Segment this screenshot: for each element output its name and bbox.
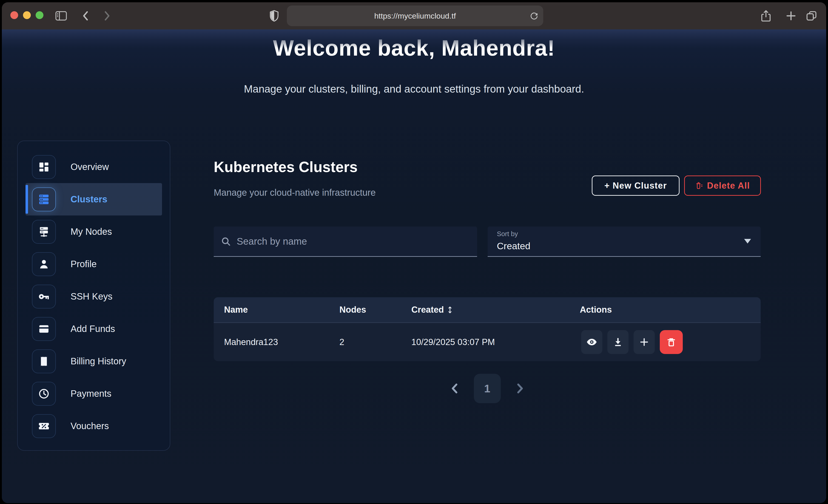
sidebar-item-label: SSH Keys	[71, 291, 112, 302]
column-name: Name	[224, 305, 339, 315]
download-icon	[613, 337, 623, 347]
new-cluster-button[interactable]: + New Cluster	[592, 175, 679, 196]
column-created[interactable]: Created	[411, 305, 580, 315]
add-node-button[interactable]	[633, 330, 655, 354]
sidebar-item-add-funds[interactable]: Add Funds	[26, 312, 162, 345]
pagination: 1	[214, 374, 761, 403]
search-input[interactable]	[237, 236, 444, 247]
cell-nodes-count: 2	[339, 337, 411, 347]
dashboard-icon	[32, 155, 56, 179]
page-title: Kubernetes Clusters	[214, 159, 358, 175]
sidebar-item-label: Clusters	[71, 194, 107, 204]
chevron-down-icon	[744, 239, 751, 244]
clusters-table: Name Nodes Created Actions Mahendra123	[214, 297, 761, 361]
sidebar-toggle-icon[interactable]	[55, 11, 67, 21]
sidebar-item-label: Overview	[71, 162, 109, 172]
welcome-subtitle: Manage your clusters, billing, and accou…	[2, 83, 826, 95]
address-bar[interactable]: https://myceliumcloud.tf	[287, 5, 543, 26]
minimize-window-button[interactable]	[23, 11, 31, 19]
sidebar-item-ssh-keys[interactable]: SSH Keys	[26, 280, 162, 312]
traffic-lights	[10, 11, 43, 19]
column-nodes: Nodes	[339, 305, 411, 315]
sidebar-item-my-nodes[interactable]: My Nodes	[26, 215, 162, 248]
back-icon[interactable]	[81, 11, 90, 21]
new-tab-icon[interactable]	[786, 11, 796, 21]
tab-overview-icon[interactable]	[806, 10, 817, 22]
next-page-button[interactable]	[515, 383, 525, 394]
user-icon	[32, 252, 56, 276]
delete-all-label: Delete All	[707, 181, 750, 191]
privacy-shield-icon[interactable]	[270, 10, 279, 22]
table-row: Mahendra123 2 10/29/2025 03:07 PM	[214, 323, 761, 361]
trash-icon	[695, 181, 703, 190]
eye-icon	[586, 336, 597, 348]
column-actions: Actions	[580, 305, 761, 315]
cell-cluster-name: Mahendra123	[224, 337, 339, 347]
voucher-ticket-icon	[32, 414, 56, 438]
trash-icon	[666, 337, 676, 347]
page-number-button[interactable]: 1	[474, 374, 501, 403]
plus-icon	[639, 337, 650, 347]
page-subtitle: Manage your cloud-native infrastructure	[214, 187, 376, 198]
sidebar: Overview	[17, 140, 170, 451]
forward-icon[interactable]	[102, 11, 112, 21]
delete-cluster-button[interactable]	[660, 330, 683, 354]
row-actions	[581, 330, 761, 354]
maximize-window-button[interactable]	[36, 11, 43, 19]
sidebar-item-label: Add Funds	[71, 324, 115, 334]
sidebar-item-profile[interactable]: Profile	[26, 248, 162, 280]
url-text: https://myceliumcloud.tf	[374, 11, 456, 20]
key-icon	[32, 285, 56, 308]
credit-card-icon	[32, 317, 56, 341]
sort-select[interactable]: Sort by Created	[488, 226, 761, 257]
search-box	[214, 226, 477, 257]
nodes-icon	[32, 220, 56, 244]
sort-arrows-icon	[447, 306, 453, 314]
browser-chrome: https://myceliumcloud.tf	[2, 2, 826, 30]
hero-fade-band	[2, 30, 826, 48]
sidebar-item-vouchers[interactable]: Vouchers	[26, 410, 162, 442]
close-window-button[interactable]	[10, 11, 18, 19]
new-cluster-label: + New Cluster	[605, 181, 667, 191]
sidebar-item-label: Payments	[71, 388, 112, 399]
dashboard-page: Welcome back, Mahendra! Manage your clus…	[2, 30, 826, 503]
sidebar-item-payments[interactable]: Payments	[26, 377, 162, 410]
browser-window: https://myceliumcloud.tf	[2, 2, 826, 503]
sort-label: Sort by	[497, 230, 518, 238]
delete-all-button[interactable]: Delete All	[684, 175, 761, 196]
sidebar-item-overview[interactable]: Overview	[26, 151, 162, 183]
previous-page-button[interactable]	[450, 383, 459, 394]
sidebar-item-label: Billing History	[71, 356, 126, 366]
sidebar-item-billing-history[interactable]: Billing History	[26, 345, 162, 377]
view-cluster-button[interactable]	[581, 330, 602, 354]
reload-icon[interactable]	[530, 11, 539, 20]
download-kubeconfig-button[interactable]	[607, 330, 628, 354]
clock-icon	[32, 382, 56, 406]
sidebar-item-label: Vouchers	[71, 421, 109, 431]
sidebar-item-label: My Nodes	[71, 226, 112, 237]
table-header: Name Nodes Created Actions	[214, 297, 761, 323]
clusters-icon	[32, 187, 56, 211]
sort-value: Created	[497, 241, 530, 252]
cell-created-date: 10/29/2025 03:07 PM	[411, 337, 580, 347]
sidebar-item-label: Profile	[71, 259, 96, 269]
sidebar-item-clusters[interactable]: Clusters	[26, 183, 162, 215]
receipt-icon	[32, 349, 56, 373]
share-icon[interactable]	[761, 10, 771, 22]
search-icon	[221, 236, 231, 247]
